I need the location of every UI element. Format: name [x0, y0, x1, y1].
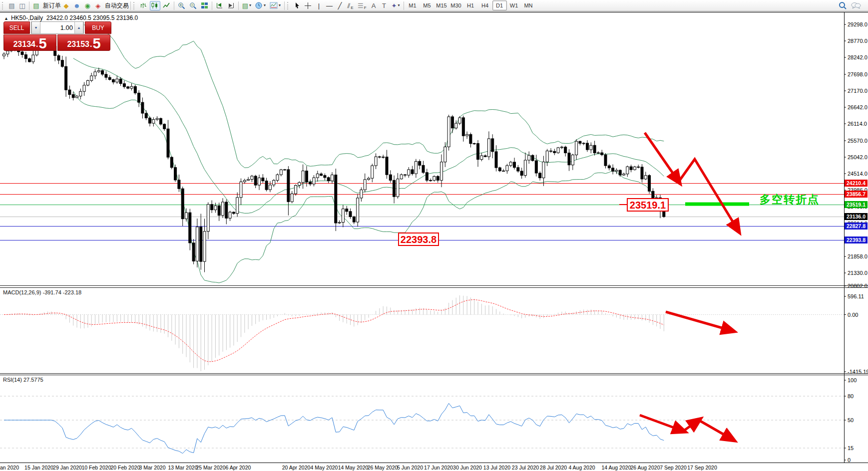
candle-body [550, 151, 552, 151]
chart-shift-icon[interactable] [226, 1, 236, 10]
text-icon[interactable]: A [369, 1, 379, 10]
timeframe-w1-button[interactable]: W1 [507, 0, 521, 10]
zoom-out-icon[interactable] [188, 1, 198, 10]
buy-price[interactable]: 23153.5 [57, 34, 110, 51]
search-icon[interactable] [837, 1, 849, 10]
toolbar-grip[interactable] [2, 2, 5, 9]
cursor-icon[interactable] [292, 1, 302, 10]
auto-scroll-icon[interactable] [214, 1, 225, 10]
candle-body [615, 170, 618, 171]
community-icon[interactable]: ☻ [72, 1, 82, 10]
history-center-icon[interactable]: ◆ [61, 1, 71, 10]
candle-body [422, 165, 425, 172]
fibonacci-icon: ☰ [358, 2, 364, 9]
date-tick-label: 28 Jul 2020 [540, 465, 567, 471]
timeframe-m15-button[interactable]: M15 [434, 0, 449, 10]
date-tick-label: 26 May 2020 [368, 465, 398, 471]
dropdown-caret-icon[interactable]: ▾ [398, 3, 400, 7]
chat-icon[interactable] [850, 1, 863, 10]
candle-body [560, 147, 563, 148]
arrows-icon[interactable]: ✦▾ [390, 1, 402, 10]
candle-body [83, 85, 85, 92]
candle-body [119, 79, 122, 83]
candle-body [254, 176, 257, 185]
period-icon[interactable]: ▾ [254, 1, 267, 10]
data-window-icon: ◫ [19, 2, 25, 9]
timeframe-d1-button[interactable]: D1 [492, 0, 507, 10]
zoom-in-icon[interactable] [176, 1, 187, 10]
candle-body [159, 118, 162, 124]
timeframe-m30-button[interactable]: M30 [449, 0, 463, 10]
timeframe-h1-button[interactable]: H1 [463, 0, 478, 10]
price-tick-label: 25042.0 [848, 154, 868, 160]
candle-body [462, 118, 464, 136]
buy-button[interactable]: BUY [85, 21, 111, 34]
tile-windows-icon[interactable] [199, 1, 210, 10]
candle-body [236, 198, 239, 214]
candle-body [535, 161, 537, 173]
vertical-line-icon[interactable]: | [314, 1, 324, 10]
market-watch-icon[interactable]: ▤ [7, 1, 16, 10]
candle-body [6, 51, 9, 54]
date-tick-label: 5 Jun 2020 [397, 465, 423, 471]
fibonacci-icon[interactable]: ☰F [356, 1, 368, 10]
date-tick-label: 23 Jul 2020 [512, 465, 539, 471]
timeframe-m5-button[interactable]: M5 [420, 0, 434, 10]
dropdown-caret-icon[interactable]: ▾ [264, 3, 266, 7]
chart-window[interactable]: 29298.028770.028242.027698.027170.026642… [0, 12, 868, 471]
date-tick-label: 4 May 2020 [311, 465, 338, 471]
candlestick-chart-icon[interactable] [150, 1, 160, 10]
equidistant-channel-icon[interactable]: ⫽E [346, 1, 355, 10]
trendline-icon[interactable]: ╱ [335, 1, 345, 10]
toolbar-grip[interactable] [287, 2, 290, 9]
date-tick-label: 17 Jun 2020 [424, 465, 453, 471]
bar-chart-icon[interactable] [138, 1, 149, 10]
candle-body [633, 167, 636, 170]
new-order-icon[interactable]: ▤ [31, 1, 41, 10]
candle-body [57, 55, 60, 60]
pivot-green-segment[interactable] [685, 203, 749, 206]
line-chart-icon[interactable] [161, 1, 172, 10]
date-tick-label: 29 Jan 2020 [53, 465, 82, 471]
candle-body [178, 180, 180, 189]
price-tick-label: 25570.0 [848, 138, 868, 144]
candle-body [342, 209, 344, 223]
candle-body [316, 174, 319, 178]
signals-icon[interactable]: ◉ [83, 1, 92, 10]
autotrading-label[interactable]: 自动交易 [105, 1, 129, 10]
collapse-panel-icon[interactable]: ▲ [4, 16, 8, 21]
dropdown-caret-icon[interactable]: ▾ [249, 3, 251, 7]
timeframe-h4-button[interactable]: H4 [478, 0, 492, 10]
level-price-badge-text: 22393.8 [847, 237, 866, 243]
candle-body [262, 178, 264, 181]
sell-price[interactable]: 23134.5 [3, 34, 56, 51]
new-template-icon[interactable]: ▤▾ [241, 1, 253, 10]
crosshair-icon[interactable] [303, 1, 313, 10]
candle-body [517, 168, 519, 171]
chart-title: ▲HK50-,Daily 23422.0 23460.5 23095.5 231… [4, 14, 138, 21]
timeframe-m1-button[interactable]: M1 [406, 0, 420, 10]
candle-body [575, 141, 578, 155]
volume-decrease-button[interactable]: ▼ [31, 22, 40, 33]
rsi-tick-label: 80 [848, 393, 854, 399]
autotrading-icon[interactable]: ◈ [93, 1, 103, 10]
timeframe-mn-button[interactable]: MN [521, 0, 536, 10]
candle-body [644, 176, 647, 179]
volume-input[interactable]: 1.00 [40, 22, 74, 33]
candle-body [185, 213, 188, 219]
toolbar-grip[interactable] [133, 2, 136, 9]
toolbar-separator [238, 1, 239, 10]
horizontal-line-icon[interactable]: — [325, 1, 334, 10]
data-window-icon[interactable]: ◫ [17, 1, 27, 10]
candle-body [357, 198, 359, 222]
dropdown-caret-icon[interactable]: ▾ [279, 3, 281, 7]
candle-body [364, 180, 366, 190]
text-label-icon[interactable]: T [380, 1, 389, 10]
new-order-label[interactable]: 新订单 [43, 1, 61, 10]
chart-canvas[interactable]: 29298.028770.028242.027698.027170.026642… [0, 12, 868, 471]
volume-increase-button[interactable]: ▲ [74, 22, 83, 33]
candle-body [389, 175, 392, 180]
indicators-icon[interactable]: ▾ [268, 1, 282, 10]
date-tick-label: 10 Feb 2020 [82, 465, 111, 471]
sell-button[interactable]: SELL [3, 21, 30, 34]
